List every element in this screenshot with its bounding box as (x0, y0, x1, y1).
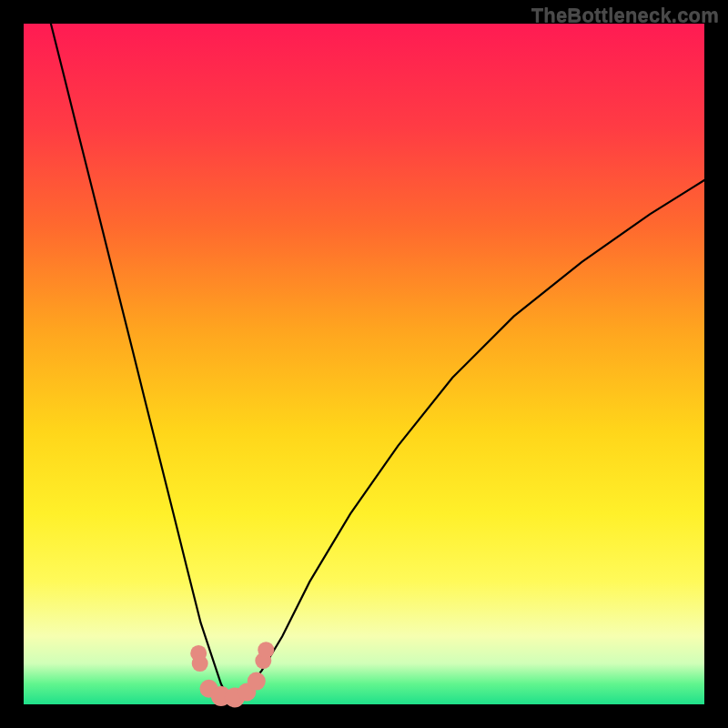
bottleneck-curve (51, 24, 704, 701)
curve-markers (190, 642, 274, 707)
chart-area (24, 24, 704, 704)
marker-dot (192, 655, 208, 672)
marker-dot (258, 642, 274, 658)
watermark-text: TheBottleneck.com (531, 4, 719, 27)
curve-layer (24, 24, 704, 704)
marker-dot (248, 672, 266, 691)
